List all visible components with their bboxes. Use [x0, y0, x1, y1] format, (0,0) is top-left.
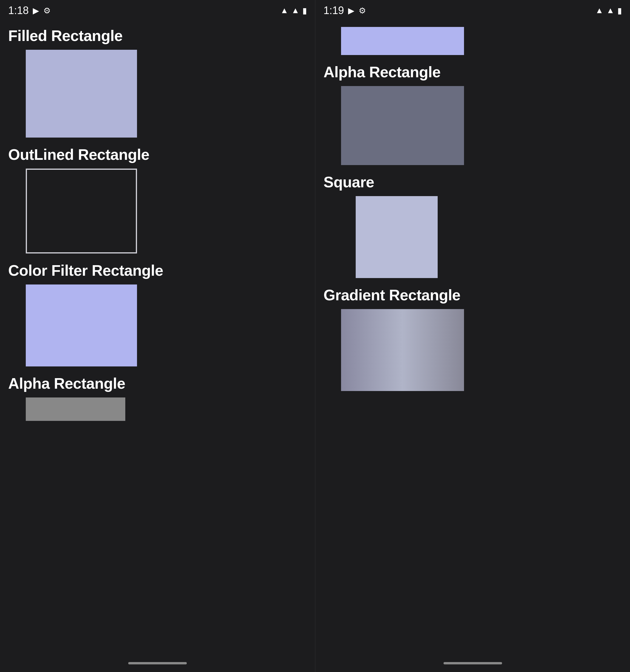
gradient-rectangle-shape: [341, 309, 464, 391]
right-home-bar: [444, 662, 502, 664]
color-filter-title: Color Filter Rectangle: [8, 262, 307, 279]
wifi-icon: ▲: [280, 6, 289, 15]
square-title: Square: [324, 173, 622, 191]
filled-rectangle-shape: [26, 50, 137, 138]
right-youtube-icon: ▶: [348, 6, 354, 16]
right-home-indicator: [315, 654, 630, 672]
outlined-rectangle-title: OutLined Rectangle: [8, 146, 307, 163]
right-settings-icon: ⚙: [358, 6, 366, 16]
right-content: Alpha Rectangle Square Gradient Rectangl…: [315, 21, 630, 654]
top-partial-section: [324, 27, 622, 55]
left-status-bar: 1:18 ▶ ⚙ ▲ ▲ ▮: [0, 0, 315, 21]
left-panel: 1:18 ▶ ⚙ ▲ ▲ ▮ Filled Rectangle OutLined…: [0, 0, 315, 672]
color-filter-shape: [26, 285, 137, 366]
square-shape: [356, 196, 438, 278]
square-section: Square: [324, 173, 622, 278]
right-signal-icon: ▲: [606, 6, 614, 15]
alpha-rectangle-left-shape: [26, 398, 125, 421]
right-panel: 1:19 ▶ ⚙ ▲ ▲ ▮ Alpha Rectangle Square Gr…: [315, 0, 630, 672]
gradient-rectangle-section: Gradient Rectangle: [324, 286, 622, 391]
left-content: Filled Rectangle OutLined Rectangle Colo…: [0, 21, 315, 654]
left-time: 1:18: [8, 4, 29, 17]
outlined-rectangle-shape: [26, 169, 137, 254]
left-home-bar: [128, 662, 187, 664]
youtube-icon: ▶: [33, 6, 39, 16]
top-partial-shape: [341, 27, 464, 55]
color-filter-section: Color Filter Rectangle: [8, 262, 307, 366]
alpha-rectangle-right-title: Alpha Rectangle: [324, 63, 622, 81]
right-battery-icon: ▮: [617, 6, 622, 16]
settings-icon: ⚙: [43, 6, 51, 16]
signal-icon: ▲: [291, 6, 300, 15]
filled-rectangle-title: Filled Rectangle: [8, 27, 307, 45]
filled-rectangle-section: Filled Rectangle: [8, 27, 307, 138]
gradient-rectangle-title: Gradient Rectangle: [324, 286, 622, 304]
alpha-rectangle-left-title: Alpha Rectangle: [8, 375, 307, 392]
outlined-rectangle-section: OutLined Rectangle: [8, 146, 307, 254]
right-time: 1:19: [324, 4, 344, 17]
alpha-rectangle-left-section: Alpha Rectangle: [8, 375, 307, 421]
left-status-icons: ▲ ▲ ▮: [280, 6, 307, 16]
right-wifi-icon: ▲: [596, 6, 604, 15]
left-home-indicator: [0, 654, 315, 672]
right-status-bar-left: 1:19 ▶ ⚙: [324, 4, 366, 17]
left-status-bar-left: 1:18 ▶ ⚙: [8, 4, 51, 17]
alpha-rectangle-right-shape: [341, 86, 464, 165]
right-status-bar: 1:19 ▶ ⚙ ▲ ▲ ▮: [315, 0, 630, 21]
battery-icon: ▮: [302, 6, 307, 16]
right-status-icons: ▲ ▲ ▮: [596, 6, 622, 16]
alpha-rectangle-right-section: Alpha Rectangle: [324, 63, 622, 165]
